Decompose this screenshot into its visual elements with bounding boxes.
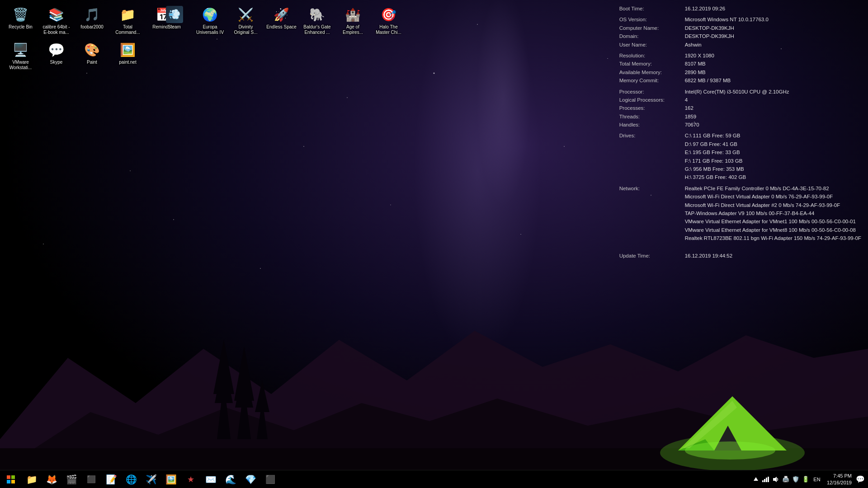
taskbar-firefox[interactable]: 🦊 <box>42 470 61 488</box>
icon-paintnet[interactable]: 🖼️ paint.net <box>111 39 145 72</box>
taskbar-file-explorer[interactable]: 📁 <box>22 470 42 488</box>
drives-values: C:\ 111 GB Free: 59 GB D:\ 97 GB Free: 4… <box>685 131 746 181</box>
telegram-icon: ✈️ <box>146 474 157 485</box>
threads-value: 1859 <box>685 113 861 121</box>
tray-battery[interactable]: 🔋 <box>802 475 810 483</box>
europa-label: Europa Universalis IV <box>195 24 225 35</box>
processor-value: Intel(R) Core(TM) i3-5010U CPU @ 2.10GHz <box>685 88 861 96</box>
paintnet-label: paint.net <box>119 60 136 65</box>
vmware-label: VMware Workstati... <box>5 60 36 70</box>
taskbar-app-red[interactable]: ★ <box>181 470 201 488</box>
network-1: Microsoft Wi-Fi Direct Virtual Adapter 0… <box>685 192 861 201</box>
icon-skype[interactable]: 💬 Skype <box>39 39 73 72</box>
divinity-icon: ⚔️ <box>237 5 255 23</box>
handles-value: 70670 <box>685 121 861 129</box>
svg-rect-21 <box>11 480 15 483</box>
resolution-label: Resolution: <box>619 52 685 60</box>
taskbar-mail[interactable]: ✉️ <box>201 470 221 488</box>
app-red-icon: ★ <box>187 474 194 484</box>
icon-foobar[interactable]: 🎵 foobar2000 <box>75 4 109 37</box>
tray-security[interactable]: 🛡️ <box>792 475 800 483</box>
svg-point-17 <box>685 441 775 460</box>
computer-name-value: DESKTOP-DK39KJH <box>685 24 861 32</box>
icon-vmware[interactable]: 🖥️ VMware Workstati... <box>4 39 38 72</box>
domain-label: Domain: <box>619 32 685 40</box>
app-green-icon: ⬛ <box>265 474 275 484</box>
tray-show-hidden[interactable] <box>752 475 760 483</box>
start-button[interactable] <box>0 470 22 488</box>
network-3: TAP-Windows Adapter V9 100 Mb/s 00-FF-37… <box>685 209 861 217</box>
icon-age-of-empires[interactable]: 🏰 Age of Empires... <box>336 4 370 37</box>
taskbar-clock[interactable]: 7:45 PM 12/16/2019 <box>824 473 854 486</box>
taskbar-edge-blue[interactable]: 💎 <box>241 470 260 488</box>
tray-language[interactable]: EN <box>811 475 822 483</box>
mail-icon: ✉️ <box>205 474 217 485</box>
icon-halo[interactable]: 🎯 Halo The Master Chi... <box>372 4 406 37</box>
total-memory-label: Total Memory: <box>619 60 685 68</box>
windows-logo-icon <box>7 475 15 483</box>
drives-label: Drives: <box>619 131 685 140</box>
file-explorer-icon: 📁 <box>26 474 38 485</box>
steam-icon: 💨 <box>165 5 184 23</box>
tray-volume[interactable] <box>772 475 780 483</box>
processor-label: Processor: <box>619 88 685 96</box>
svg-rect-20 <box>7 480 10 483</box>
drive-h: H:\ 3725 GB Free: 402 GB <box>685 173 746 181</box>
taskbar-pictures[interactable]: 🖼️ <box>161 470 181 488</box>
drive-e: E:\ 195 GB Free: 33 GB <box>685 148 746 156</box>
svg-marker-27 <box>773 477 777 482</box>
icon-recycle-bin[interactable]: 🗑️ Recycle Bin <box>4 4 38 37</box>
tray-network[interactable] <box>762 475 770 483</box>
svg-rect-19 <box>11 475 15 479</box>
skype-icon: 💬 <box>47 41 66 59</box>
svg-rect-18 <box>7 475 10 479</box>
taskbar-word[interactable]: 📝 <box>101 470 121 488</box>
age-of-empires-label: Age of Empires... <box>338 24 368 35</box>
recycle-bin-label: Recycle Bin <box>9 24 33 30</box>
taskbar-time-value: 7:45 PM <box>827 473 852 479</box>
age-of-empires-icon: 🏰 <box>344 5 362 23</box>
foobar-icon: 🎵 <box>83 5 101 23</box>
computer-name-label: Computer Name: <box>619 24 685 32</box>
drive-c: C:\ 111 GB Free: 59 GB <box>685 131 746 140</box>
available-memory-label: Available Memory: <box>619 68 685 76</box>
processes-label: Processes: <box>619 104 685 112</box>
baldurs-gate-label: Baldur's Gate Enhanced ... <box>302 24 332 35</box>
chevron-up-icon <box>754 476 758 483</box>
recycle-bin-icon: 🗑️ <box>12 5 30 23</box>
paint-label: Paint <box>87 60 97 65</box>
taskbar-app-green[interactable]: ⬛ <box>260 470 280 488</box>
taskbar-app4[interactable]: ⬛ <box>81 470 101 488</box>
icon-endless-space[interactable]: 🚀 Endless Space <box>264 4 298 37</box>
svg-marker-22 <box>754 477 758 481</box>
icon-paint[interactable]: 🎨 Paint <box>75 39 109 72</box>
taskbar-telegram[interactable]: ✈️ <box>141 470 161 488</box>
network-2: Microsoft Wi-Fi Direct Virtual Adapter #… <box>685 201 861 209</box>
tray-print[interactable]: 🖨️ <box>782 475 790 483</box>
user-name-value: Ashwin <box>685 41 861 49</box>
network-values: Realtek PCIe FE Family Controller 0 Mb/s… <box>685 184 861 243</box>
media-icon: 🎬 <box>66 474 77 485</box>
calibre-label: calibre 64bit - E-book ma... <box>41 24 71 35</box>
taskbar-edge-new[interactable]: 🌐 <box>121 470 141 488</box>
icon-baldurs-gate[interactable]: 🐘 Baldur's Gate Enhanced ... <box>300 4 334 37</box>
network-5: VMware Virtual Ethernet Adapter for VMne… <box>685 226 861 234</box>
total-commander-label: Total Command... <box>113 24 143 35</box>
taskbar-media[interactable]: 🎬 <box>61 470 81 488</box>
edge-blue-icon: 💎 <box>245 474 256 485</box>
tray-notification[interactable]: 💬 <box>856 475 864 483</box>
icon-steam[interactable]: 💨 Steam <box>157 4 191 37</box>
icon-divinity[interactable]: ⚔️ Divinity Original S... <box>229 4 263 37</box>
game-icons-area: 💨 Steam 🌍 Europa Universalis IV ⚔️ Divin… <box>154 0 409 41</box>
icon-europa[interactable]: 🌍 Europa Universalis IV <box>193 4 227 37</box>
logical-processors-value: 4 <box>685 96 861 104</box>
icon-calibre[interactable]: 📚 calibre 64bit - E-book ma... <box>39 4 73 37</box>
halo-label: Halo The Master Chi... <box>373 24 404 35</box>
total-memory-value: 8107 MB <box>685 60 861 68</box>
pictures-icon: 🖼️ <box>165 474 177 485</box>
taskbar-date-value: 12/16/2019 <box>827 479 852 486</box>
icon-total-commander[interactable]: 📁 Total Command... <box>111 4 145 37</box>
word-icon: 📝 <box>106 474 117 485</box>
taskbar-browser-orange[interactable]: 🌊 <box>221 470 241 488</box>
network-label: Network: <box>619 184 685 192</box>
